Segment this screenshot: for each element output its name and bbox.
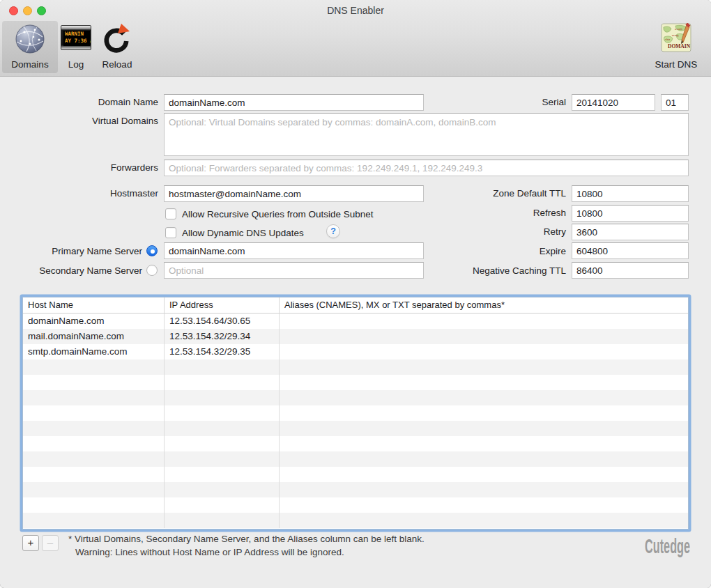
table-cell-ip[interactable] bbox=[165, 497, 280, 513]
table-cell-ip[interactable] bbox=[165, 467, 280, 482]
table-cell-aliases[interactable] bbox=[280, 451, 688, 467]
zone-default-ttl-input[interactable] bbox=[572, 185, 689, 202]
footnote-line1: * Virtual Domains, Secondary Name Server… bbox=[68, 534, 425, 544]
table-cell-host[interactable]: domainName.com bbox=[23, 314, 165, 329]
table-cell-ip[interactable] bbox=[165, 421, 280, 436]
table-cell-host[interactable] bbox=[23, 390, 165, 405]
table-cell-ip[interactable] bbox=[165, 436, 280, 451]
table-cell-aliases[interactable] bbox=[280, 497, 688, 513]
table-cell-host[interactable] bbox=[23, 405, 165, 421]
domain-name-input[interactable] bbox=[164, 94, 424, 111]
table-row[interactable] bbox=[23, 375, 688, 390]
primary-ns-label: Primary Name Server bbox=[52, 246, 142, 256]
table-row[interactable] bbox=[23, 513, 688, 528]
host-table-body: domainName.com12.53.154.64/30.65mail.dom… bbox=[23, 314, 688, 528]
table-row[interactable] bbox=[23, 482, 688, 497]
table-cell-aliases[interactable] bbox=[280, 421, 688, 436]
table-cell-ip[interactable] bbox=[165, 451, 280, 467]
table-cell-aliases[interactable] bbox=[280, 375, 688, 390]
table-cell-ip[interactable]: 12.53.154.32/29.35 bbox=[165, 344, 280, 359]
negative-caching-ttl-input[interactable] bbox=[572, 262, 689, 279]
add-row-button[interactable]: + bbox=[22, 535, 39, 551]
table-cell-host[interactable] bbox=[23, 513, 165, 528]
expire-input[interactable] bbox=[572, 242, 689, 259]
table-cell-host[interactable] bbox=[23, 436, 165, 451]
secondary-ns-input[interactable] bbox=[164, 262, 424, 279]
table-row[interactable] bbox=[23, 451, 688, 467]
table-row[interactable]: smtp.domainName.com12.53.154.32/29.35 bbox=[23, 344, 688, 359]
table-cell-ip[interactable]: 12.53.154.64/30.65 bbox=[165, 314, 280, 329]
refresh-input[interactable] bbox=[572, 205, 689, 222]
primary-ns-input[interactable] bbox=[164, 242, 424, 259]
table-cell-aliases[interactable] bbox=[280, 467, 688, 482]
table-row[interactable] bbox=[23, 390, 688, 405]
serial-suffix-input[interactable] bbox=[661, 94, 689, 111]
toolbar-item-domains[interactable]: Domains bbox=[2, 21, 58, 73]
retry-input[interactable] bbox=[572, 224, 689, 240]
table-row[interactable] bbox=[23, 421, 688, 436]
table-row[interactable]: mail.domainName.com12.53.154.32/29.34 bbox=[23, 329, 688, 344]
table-cell-host[interactable] bbox=[23, 375, 165, 390]
column-header-aliases[interactable]: Aliases (CNAMES), MX or TXT separated by… bbox=[280, 297, 688, 313]
table-cell-host[interactable] bbox=[23, 421, 165, 436]
table-cell-aliases[interactable] bbox=[280, 390, 688, 405]
retry-label: Retry bbox=[544, 226, 566, 237]
table-row[interactable] bbox=[23, 497, 688, 513]
table-cell-aliases[interactable] bbox=[280, 482, 688, 497]
reload-icon bbox=[101, 23, 133, 55]
toolbar-label-log: Log bbox=[59, 59, 93, 70]
table-cell-aliases[interactable] bbox=[280, 513, 688, 528]
table-row[interactable] bbox=[23, 359, 688, 375]
table-row[interactable] bbox=[23, 467, 688, 482]
table-cell-host[interactable] bbox=[23, 482, 165, 497]
table-cell-host[interactable] bbox=[23, 451, 165, 467]
table-row[interactable] bbox=[23, 436, 688, 451]
table-row[interactable] bbox=[23, 405, 688, 421]
cutedge-logo: Cutedge bbox=[645, 535, 690, 559]
column-header-ip-address[interactable]: IP Address bbox=[165, 297, 280, 313]
table-row[interactable]: domainName.com12.53.154.64/30.65 bbox=[23, 314, 688, 329]
allow-dynamic-label: Allow Dynamic DNS Updates bbox=[182, 228, 304, 238]
table-cell-ip[interactable] bbox=[165, 359, 280, 375]
expire-label: Expire bbox=[540, 246, 566, 256]
help-button[interactable]: ? bbox=[326, 224, 340, 238]
refresh-label: Refresh bbox=[533, 208, 566, 218]
table-cell-aliases[interactable] bbox=[280, 436, 688, 451]
table-cell-ip[interactable] bbox=[165, 390, 280, 405]
footnote-line2: Warning: Lines without Host Name or IP A… bbox=[75, 547, 344, 557]
table-cell-aliases[interactable] bbox=[280, 329, 688, 344]
virtual-domains-textarea[interactable] bbox=[164, 113, 689, 156]
table-cell-ip[interactable]: 12.53.154.32/29.34 bbox=[165, 329, 280, 344]
table-cell-host[interactable]: mail.domainName.com bbox=[23, 329, 165, 344]
table-cell-host[interactable] bbox=[23, 497, 165, 513]
toolbar-item-log[interactable]: WARNINAY 7:36 A Log bbox=[59, 21, 93, 73]
serial-label: Serial bbox=[542, 97, 566, 107]
table-cell-aliases[interactable] bbox=[280, 314, 688, 329]
host-table[interactable]: Host Name IP Address Aliases (CNAMES), M… bbox=[22, 297, 689, 529]
table-cell-host[interactable] bbox=[23, 467, 165, 482]
table-cell-ip[interactable] bbox=[165, 405, 280, 421]
toolbar-item-start-dns[interactable]: a.com w.org r.biz DOMAIN Start DNS bbox=[647, 21, 705, 73]
toolbar-item-reload[interactable]: Reload bbox=[95, 21, 139, 73]
table-cell-aliases[interactable] bbox=[280, 405, 688, 421]
allow-recursive-checkbox[interactable] bbox=[165, 208, 176, 219]
table-cell-host[interactable]: smtp.domainName.com bbox=[23, 344, 165, 359]
hostmaster-input[interactable] bbox=[164, 185, 424, 202]
hostmaster-label: Hostmaster bbox=[110, 188, 158, 199]
primary-ns-radio[interactable] bbox=[146, 245, 158, 256]
table-cell-aliases[interactable] bbox=[280, 359, 688, 375]
table-cell-host[interactable] bbox=[23, 359, 165, 375]
start-dns-map-icon: a.com w.org r.biz DOMAIN bbox=[660, 23, 692, 54]
forwarders-input[interactable] bbox=[164, 160, 689, 176]
table-cell-ip[interactable] bbox=[165, 375, 280, 390]
remove-row-button[interactable]: – bbox=[42, 535, 59, 551]
serial-input[interactable] bbox=[572, 94, 655, 111]
table-cell-aliases[interactable] bbox=[280, 344, 688, 359]
allow-dynamic-checkbox[interactable] bbox=[165, 227, 176, 238]
toolbar-label-start-dns: Start DNS bbox=[647, 59, 705, 70]
titlebar-toolbar: DNS Enabler Domain bbox=[0, 0, 711, 77]
column-header-host-name[interactable]: Host Name bbox=[23, 297, 165, 313]
table-cell-ip[interactable] bbox=[165, 482, 280, 497]
secondary-ns-radio[interactable] bbox=[146, 265, 158, 276]
table-cell-ip[interactable] bbox=[165, 513, 280, 528]
